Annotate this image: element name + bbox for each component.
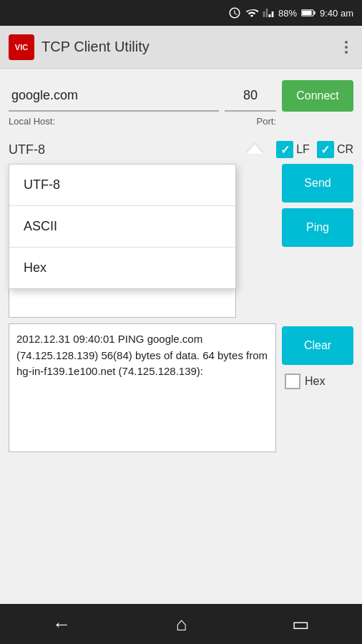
battery-text: 88% xyxy=(278,8,297,19)
status-icons: 88% 9:40 am xyxy=(228,6,353,19)
connection-row: Connect xyxy=(9,80,353,112)
cr-checkbox-item: CR xyxy=(317,141,353,158)
cr-label: CR xyxy=(337,143,353,156)
lf-checkbox[interactable] xyxy=(276,141,293,158)
cr-checkbox[interactable] xyxy=(317,141,334,158)
signal-icon xyxy=(263,6,274,19)
dropdown-option-hex[interactable]: Hex xyxy=(9,248,235,288)
action-buttons: Send Ping xyxy=(282,164,353,318)
wifi-icon xyxy=(245,6,258,19)
checkbox-group: LF CR xyxy=(276,141,353,158)
port-label: Port: xyxy=(257,116,276,127)
time-text: 9:40 am xyxy=(320,8,353,19)
title-bar: VIC TCP Client Utility xyxy=(0,26,362,69)
dropdown-container: UTF-8 ASCII Hex xyxy=(9,164,276,318)
log-box: 2012.12.31 09:40:01 PING google.com (74.… xyxy=(9,323,276,452)
battery-icon xyxy=(301,9,315,17)
home-button[interactable]: ⌂ xyxy=(162,608,202,641)
alarm-icon xyxy=(228,6,241,19)
svg-rect-1 xyxy=(314,11,315,14)
recent-button[interactable]: ▭ xyxy=(278,608,324,641)
send-button[interactable]: Send xyxy=(282,164,353,203)
app-logo: VIC xyxy=(9,34,34,60)
local-host-label: Local Host: xyxy=(9,116,257,127)
encoding-label: UTF-8 xyxy=(9,142,276,157)
log-actions: Clear Hex xyxy=(282,323,353,452)
status-bar: 88% 9:40 am xyxy=(0,0,362,26)
labels-row: Local Host: Port: xyxy=(9,116,353,127)
menu-dot xyxy=(345,41,348,44)
dropdown-arrow xyxy=(246,144,263,154)
nav-bar: ← ⌂ ▭ xyxy=(0,604,362,644)
menu-button[interactable] xyxy=(339,35,353,59)
dropdown-wrapper: UTF-8 ASCII Hex Send Ping xyxy=(9,164,353,318)
menu-dot xyxy=(345,46,348,49)
dropdown-option-utf8[interactable]: UTF-8 xyxy=(9,165,235,206)
connect-button[interactable]: Connect xyxy=(282,80,353,112)
back-button[interactable]: ← xyxy=(38,608,85,641)
clear-button[interactable]: Clear xyxy=(282,326,353,365)
port-input[interactable] xyxy=(225,80,276,112)
log-section: 2012.12.31 09:40:01 PING google.com (74.… xyxy=(9,323,353,452)
lf-label: LF xyxy=(296,143,310,156)
hex-output-checkbox[interactable] xyxy=(285,374,300,389)
menu-dot xyxy=(345,51,348,54)
lf-checkbox-item: LF xyxy=(276,141,310,158)
encoding-row: UTF-8 LF CR xyxy=(9,141,353,158)
main-content: Connect Local Host: Port: UTF-8 LF CR UT… xyxy=(0,69,362,461)
dropdown-panel: UTF-8 ASCII Hex xyxy=(9,164,236,289)
svg-rect-2 xyxy=(302,11,312,15)
ping-button[interactable]: Ping xyxy=(282,208,353,247)
text-input-area[interactable] xyxy=(9,289,236,318)
dropdown-option-ascii[interactable]: ASCII xyxy=(9,206,235,248)
hex-row: Hex xyxy=(282,374,353,389)
app-title: TCP Client Utility xyxy=(41,39,339,55)
host-input[interactable] xyxy=(9,80,219,112)
hex-output-label: Hex xyxy=(305,375,325,388)
